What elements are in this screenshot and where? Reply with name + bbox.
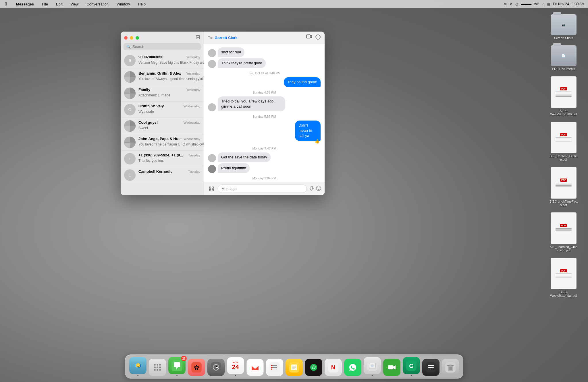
dock-item-whatsapp[interactable] [344, 359, 361, 376]
dock-item-trash[interactable] [442, 359, 459, 376]
menubar-search-icon[interactable]: ⌕ [542, 2, 544, 6]
svg-text:😊: 😊 [135, 363, 140, 368]
messages-icon: 25 [168, 357, 186, 374]
conv-item-900070003850[interactable]: 9 900070003850 Yesterday Verizon Msg: Sa… [121, 53, 204, 69]
avatar-group [124, 71, 136, 83]
dock-item-spotify[interactable] [305, 359, 322, 376]
menubar-app-name[interactable]: Messages [14, 1, 36, 7]
finder-dot [137, 375, 138, 376]
dock-item-preview[interactable] [364, 357, 381, 376]
conv-top-phone: +1 (336) 909-5924, +1 (9... Tuesday [138, 153, 200, 157]
dock-item-news[interactable]: N [325, 359, 342, 376]
conv-name: 900070003850 [138, 55, 163, 59]
svg-text:✿: ✿ [194, 364, 199, 371]
desktop-icon-screenshots[interactable]: 📷 Screen Shots [545, 14, 582, 40]
conv-name-phone: +1 (336) 909-5924, +1 (9... [138, 153, 183, 157]
conv-item-johnange[interactable]: John Ange, Papa & Hu... Wednesday You lo… [121, 134, 204, 151]
video-call-icon[interactable] [306, 34, 312, 41]
close-button[interactable] [124, 36, 128, 40]
conv-preview: Verizon Msg: Save big this Black Friday … [138, 61, 204, 65]
dock-item-notes[interactable] [286, 359, 303, 376]
svg-point-12 [154, 364, 156, 366]
pdf-badge-1: PDF [560, 87, 567, 90]
pdf-lines-4 [556, 228, 572, 233]
menubar-dnd-icon[interactable]: ⊘ [510, 2, 512, 6]
avatar: 9 [124, 55, 136, 66]
audio-button[interactable] [309, 186, 314, 192]
menubar-help[interactable]: Help [136, 1, 147, 7]
notes-icon [286, 359, 303, 376]
search-input[interactable] [132, 44, 198, 49]
message-input[interactable] [218, 185, 307, 193]
desktop-icon-pdf5[interactable]: PDF SIE3-WeekSt...endar.pdf [545, 258, 582, 297]
conv-preview-griffin: Wya dude [138, 110, 154, 114]
conv-item-campbell[interactable]: C Campbell Kernodle Tuesday [121, 167, 204, 183]
dock-item-launchpad[interactable] [149, 359, 166, 376]
emoji-button[interactable] [316, 186, 321, 192]
desktop-icon-pdf3[interactable]: PDF SIECrunchTimeFacts.pdf [545, 167, 582, 207]
window-controls [124, 36, 139, 40]
search-bar[interactable]: 🔍 [124, 43, 201, 50]
apple-menu[interactable]:  [3, 1, 9, 7]
timestamp-m3: Tue, Oct 24 at 8:46 PM [208, 71, 321, 75]
dock-item-reminders[interactable] [266, 359, 283, 376]
compose-button[interactable] [196, 35, 200, 41]
avatar-phone: + [124, 153, 136, 164]
dock-item-calendar[interactable]: NOV 24 [227, 357, 244, 376]
menubar-file[interactable]: File [40, 1, 50, 7]
dock-item-readdle[interactable] [422, 359, 439, 376]
message-row-m1: shot for real [208, 47, 321, 57]
minimize-button[interactable] [130, 36, 133, 40]
input-right-icons [309, 186, 321, 192]
dock-item-flower[interactable]: ✿ [188, 359, 205, 376]
ga-ja1 [124, 137, 130, 142]
menubar-window[interactable]: Window [115, 1, 132, 7]
ga-ja2 [130, 137, 136, 142]
bubble-wrapper-m8: Didn't mean to call ya 👍 [278, 121, 321, 143]
dock-item-finder[interactable]: 😊 [129, 357, 146, 376]
dock-item-screentime[interactable] [207, 359, 225, 376]
news-icon: N [325, 359, 342, 376]
dock-item-facetime[interactable] [383, 359, 400, 376]
menubar-conversation[interactable]: Conversation [85, 1, 110, 7]
svg-text:G: G [409, 363, 414, 369]
search-icon: 🔍 [126, 45, 131, 49]
conv-item-coolguys[interactable]: Cool guys! Wednesday Sweet [121, 118, 204, 134]
menubar-notification-icon[interactable]: ▤ [547, 2, 550, 6]
info-icon[interactable] [315, 34, 321, 41]
avatar-campbell: C [124, 169, 136, 181]
dock-item-grammarly[interactable]: G [403, 357, 420, 376]
maximize-button[interactable] [136, 36, 139, 40]
pdf5-label: SIE3-WeekSt...endar.pdf [549, 290, 578, 297]
conv-item-phone[interactable]: + +1 (336) 909-5924, +1 (9... Tuesday Th… [121, 151, 204, 167]
desktop-icon-pdfdocs[interactable]: 📄 PDF Documents [545, 45, 582, 71]
menubar-time-icon[interactable]: ◷ [515, 2, 518, 6]
conv-item-benjamin[interactable]: Benjamin, Griffin & Alex Yesterday You l… [121, 69, 204, 85]
contact-name[interactable]: Garrett Clark [215, 36, 237, 40]
conv-name-benjamin: Benjamin, Griffin & Alex [138, 71, 181, 75]
avatar-johnange [124, 137, 136, 148]
ga-cell-4 [130, 77, 136, 83]
group-avatar-johnange [124, 137, 136, 148]
menubar-wifi-icon[interactable]: wifi [534, 2, 539, 6]
dock-item-messages[interactable]: 25 [168, 357, 186, 376]
menubar-control-center-icon[interactable]: ⊕ [504, 2, 507, 6]
ga-ja4 [130, 143, 136, 148]
menubar-view[interactable]: View [69, 1, 80, 7]
pdf-badge-5: PDF [560, 269, 567, 272]
conv-time-coolguys: Wednesday [184, 121, 200, 124]
screenshots-folder-icon: 📷 [551, 14, 577, 35]
desktop-icon-pdf2[interactable]: PDF SIE_Content_Outline.pdf [545, 122, 582, 161]
menubar-edit[interactable]: Edit [54, 1, 64, 7]
desktop-icon-pdf1[interactable]: PDF SIE4-WeekSt...arv09.pdf [545, 76, 582, 116]
conv-item-family[interactable]: Family Yesterday Attachment: 1 Image [121, 85, 204, 102]
conv-preview-benjamin: You loved "Always a good time seeing y'a… [138, 77, 204, 81]
dock-item-gmail[interactable] [246, 359, 264, 376]
sidebar-header [121, 32, 204, 43]
conv-item-griffin[interactable]: G Griffin Shively Wednesday Wya dude [121, 102, 204, 118]
reminders-icon [266, 359, 283, 376]
desktop-icon-pdf4[interactable]: PDF SIE_Learning_Guide_v08.pdf [545, 212, 582, 252]
ga-f1 [124, 88, 130, 93]
pdf-lines-1 [556, 91, 572, 97]
apps-button[interactable] [207, 185, 215, 193]
